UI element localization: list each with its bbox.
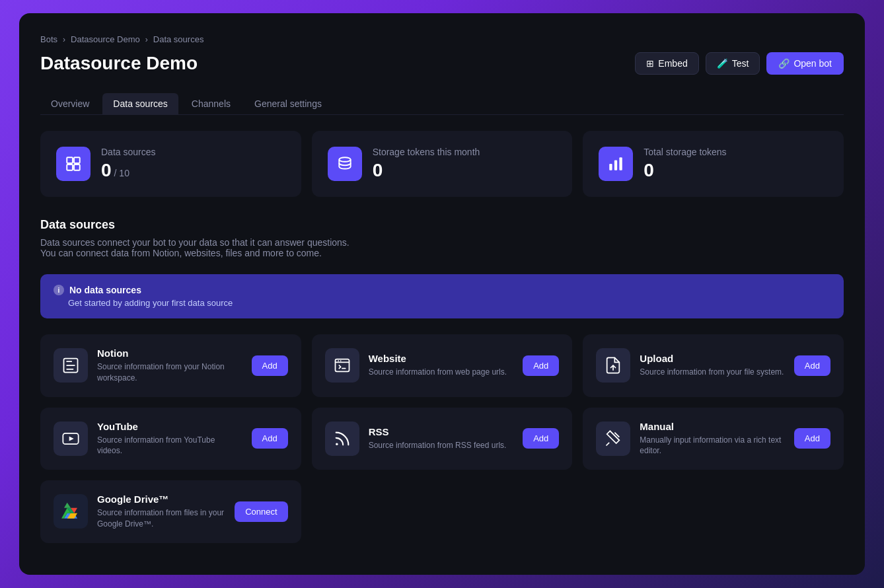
main-container: Bots › Datasource Demo › Data sources Da…: [19, 13, 865, 575]
stat-card-data-sources: Data sources 0 / 10: [40, 131, 301, 197]
notion-icon: [54, 348, 88, 383]
manual-icon: [596, 422, 630, 456]
notice-banner: i No data sources Get started by adding …: [40, 274, 844, 318]
breadcrumb-sep-2: ›: [145, 35, 148, 44]
svg-rect-3: [74, 165, 80, 170]
open-bot-icon: 🔗: [778, 58, 790, 69]
youtube-add-button[interactable]: Add: [252, 428, 288, 449]
website-name: Website: [369, 353, 514, 364]
total-storage-stat-icon: [599, 147, 633, 181]
svg-point-12: [336, 443, 338, 445]
embed-button[interactable]: ⊞ Embed: [635, 52, 698, 75]
upload-desc: Source information from your file system…: [640, 367, 785, 378]
svg-marker-11: [69, 436, 74, 441]
google-drive-name: Google Drive™: [97, 494, 225, 505]
datasource-card-manual: Manual Manually input information via a …: [583, 408, 844, 470]
youtube-icon: [54, 422, 88, 456]
website-desc: Source information from web page urls.: [369, 367, 514, 378]
tab-channels[interactable]: Channels: [181, 93, 241, 114]
google-drive-icon: [54, 494, 88, 529]
storage-tokens-stat-label: Storage tokens this month: [373, 147, 480, 157]
notion-info: Notion Source information from your Noti…: [97, 348, 242, 384]
storage-tokens-stat-value: 0: [373, 160, 383, 180]
upload-icon: [596, 348, 630, 383]
manual-info: Manual Manually input information via a …: [640, 421, 785, 457]
page-title: Datasource Demo: [40, 53, 198, 74]
svg-rect-6: [614, 161, 617, 170]
stat-card-storage-tokens: Storage tokens this month 0: [312, 131, 573, 197]
stat-info-data-sources: Data sources 0 / 10: [101, 147, 155, 181]
svg-rect-5: [610, 164, 612, 170]
breadcrumb-bots[interactable]: Bots: [40, 34, 57, 44]
manual-add-button[interactable]: Add: [794, 428, 830, 449]
stat-info-total-storage: Total storage tokens 0: [644, 147, 726, 181]
stats-grid: Data sources 0 / 10 Storage tokens this …: [40, 131, 844, 197]
datasource-card-rss: RSS Source information from RSS feed url…: [312, 408, 573, 470]
total-storage-stat-label: Total storage tokens: [644, 147, 726, 157]
rss-icon: [325, 422, 359, 456]
tab-overview[interactable]: Overview: [40, 93, 100, 114]
total-storage-stat-value: 0: [644, 160, 654, 180]
test-icon: 🧪: [717, 58, 728, 69]
notice-title: i No data sources: [54, 285, 830, 295]
upload-info: Upload Source information from your file…: [640, 353, 785, 378]
rss-name: RSS: [369, 426, 514, 437]
datasource-card-notion: Notion Source information from your Noti…: [40, 334, 301, 397]
svg-rect-0: [67, 157, 73, 163]
youtube-desc: Source information from YouTube videos.: [97, 435, 242, 457]
google-drive-connect-button[interactable]: Connect: [235, 501, 287, 522]
notion-name: Notion: [97, 348, 242, 359]
open-bot-button[interactable]: 🔗 Open bot: [766, 52, 844, 75]
rss-add-button[interactable]: Add: [523, 428, 559, 449]
data-sources-stat-sub: / 10: [114, 168, 129, 178]
tabs: Overview Data sources Channels General s…: [40, 93, 844, 115]
notion-desc: Source information from your Notion work…: [97, 361, 242, 384]
open-bot-label: Open bot: [793, 58, 832, 69]
data-sources-stat-value: 0: [101, 160, 112, 181]
storage-tokens-stat-icon: [328, 147, 362, 181]
section-desc: Data sources connect your bot to your da…: [40, 237, 357, 258]
manual-desc: Manually input information via a rich te…: [640, 435, 785, 457]
breadcrumb-sep-1: ›: [63, 35, 65, 44]
breadcrumb-datasource-demo[interactable]: Datasource Demo: [71, 34, 140, 44]
breadcrumb: Bots › Datasource Demo › Data sources: [40, 34, 844, 44]
google-drive-info: Google Drive™ Source information from fi…: [97, 494, 225, 530]
embed-label: Embed: [658, 58, 687, 69]
upload-name: Upload: [640, 353, 785, 364]
website-add-button[interactable]: Add: [523, 355, 559, 376]
svg-rect-2: [67, 165, 73, 170]
data-sources-stat-icon: [56, 147, 91, 181]
test-button[interactable]: 🧪 Test: [706, 52, 760, 75]
tab-data-sources[interactable]: Data sources: [102, 93, 178, 114]
upload-add-button[interactable]: Add: [794, 355, 830, 376]
rss-desc: Source information from RSS feed urls.: [369, 440, 514, 451]
website-info: Website Source information from web page…: [369, 353, 514, 378]
manual-name: Manual: [640, 421, 785, 432]
embed-icon: ⊞: [646, 58, 654, 69]
svg-rect-9: [335, 359, 349, 372]
google-drive-desc: Source information from files in your Go…: [97, 507, 225, 530]
datasource-card-google-drive: Google Drive™ Source information from fi…: [40, 480, 301, 543]
website-icon: [325, 348, 359, 383]
youtube-info: YouTube Source information from YouTube …: [97, 421, 242, 457]
stat-info-storage-tokens: Storage tokens this month 0: [373, 147, 480, 181]
notion-add-button[interactable]: Add: [252, 355, 288, 376]
tab-general-settings[interactable]: General settings: [244, 93, 332, 114]
test-label: Test: [732, 58, 749, 69]
rss-info: RSS Source information from RSS feed url…: [369, 426, 514, 451]
section-title: Data sources: [40, 218, 844, 232]
datasource-card-upload: Upload Source information from your file…: [583, 334, 844, 397]
datasource-grid: Notion Source information from your Noti…: [40, 334, 844, 543]
youtube-name: YouTube: [97, 421, 242, 432]
svg-point-4: [339, 157, 350, 162]
notice-subtitle: Get started by adding your first data so…: [54, 298, 830, 308]
stat-card-total-storage: Total storage tokens 0: [583, 131, 844, 197]
header-row: Datasource Demo ⊞ Embed 🧪 Test 🔗 Open bo…: [40, 52, 844, 75]
svg-rect-1: [74, 157, 80, 163]
data-sources-stat-label: Data sources: [101, 147, 155, 157]
section-header: Data sources Data sources connect your b…: [40, 218, 844, 258]
header-actions: ⊞ Embed 🧪 Test 🔗 Open bot: [635, 52, 844, 75]
breadcrumb-data-sources[interactable]: Data sources: [153, 34, 204, 44]
info-icon: i: [54, 285, 64, 295]
datasource-card-website: Website Source information from web page…: [312, 334, 573, 397]
